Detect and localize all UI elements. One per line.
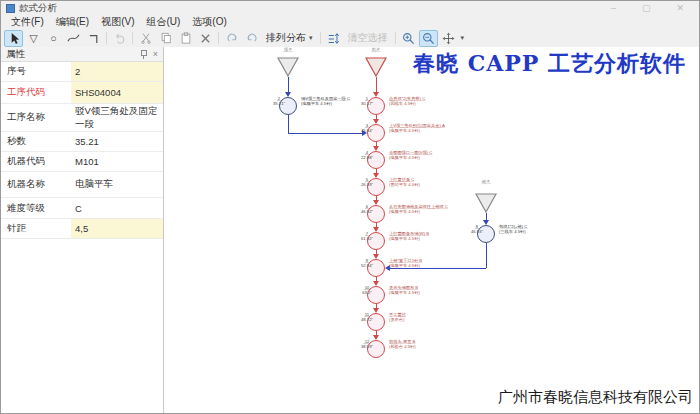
property-label: 序号 xyxy=(1,62,71,81)
flow-edge xyxy=(376,77,377,92)
node-operation-label: 烫光头绱圈布 B(电脑平车 4.5针) xyxy=(389,285,444,295)
property-label: 工序代码 xyxy=(1,82,71,103)
node-operation-label: 上打蕾圈条布绱(W) B(电脑平车 4.5针) xyxy=(389,231,444,241)
app-icon xyxy=(6,4,15,13)
zoom-in-button[interactable] xyxy=(399,30,418,47)
clear-selection-button[interactable]: 清空选择 xyxy=(344,31,392,45)
close-button[interactable]: ✕ xyxy=(676,4,684,13)
properties-panel-title: 属性 xyxy=(6,48,25,61)
circle-tool-button[interactable]: ○ xyxy=(44,30,63,47)
property-value[interactable]: 驳V领三角处及固定一段 xyxy=(71,104,163,131)
node-seq-time-label: 1148.72" xyxy=(355,312,379,322)
maximize-button[interactable]: ▢ xyxy=(642,4,651,13)
flowchart-layer: 领子前片袖子235.21"绱V领三角处及固定一段 C(电脑平车 4.5针)130… xyxy=(164,47,699,413)
property-row[interactable]: 工序代码SHS04004 xyxy=(1,82,163,104)
node-seq-time-label: 422.88" xyxy=(355,150,379,160)
properties-table: 序号2工序代码SHS04004工序名称驳V领三角处及固定一段秒数35.21机器代… xyxy=(1,62,163,239)
paste-icon xyxy=(180,32,192,44)
property-value[interactable]: 4,5 xyxy=(71,219,163,238)
node-seq-time-label: 846.93" xyxy=(465,224,489,234)
property-label: 机器名称 xyxy=(1,172,71,197)
node-operation-label: 包缝1*2(+袖) C(三线车 4.5针) xyxy=(499,224,554,234)
property-value[interactable]: M101 xyxy=(71,152,163,171)
clear-selection-label: 清空选择 xyxy=(348,31,388,45)
node-seq-time-label: 1063.2" xyxy=(355,285,379,295)
property-row[interactable]: 序号2 xyxy=(1,62,163,82)
cut-button[interactable] xyxy=(136,30,155,47)
toolbar-overflow-button[interactable]: ▾ xyxy=(461,34,465,42)
property-label: 难度等级 xyxy=(1,198,71,218)
pan-tool-button[interactable] xyxy=(439,30,458,47)
toolbar: ▽ ○ 排列分布 ▾ xyxy=(1,29,699,48)
property-row[interactable]: 秒数35.21 xyxy=(1,132,163,152)
pointer-tool-button[interactable] xyxy=(4,30,23,47)
delete-icon xyxy=(200,33,211,44)
curve-line-icon xyxy=(67,32,80,44)
menu-item[interactable]: 选项(O) xyxy=(186,15,232,29)
diagram-canvas[interactable]: 春晓 CAPP 工艺分析软件 领子前片袖子235.21"绱V领三角处及固定一段 … xyxy=(164,47,699,413)
rotate-left-button[interactable] xyxy=(222,30,241,47)
chevron-down-icon: ▾ xyxy=(309,34,313,42)
node-operation-label: 合肩缝*2(夹肩带) C(四线车 4.5针) xyxy=(389,96,444,106)
triangle-shape-icon xyxy=(475,193,497,213)
menu-item[interactable]: 组合(U) xyxy=(140,15,186,29)
node-seq-time-label: 1238.59" xyxy=(355,339,379,349)
node-operation-label: 上打蕾丝条 C(套结平车 4.5针) xyxy=(389,177,444,187)
menu-item[interactable]: 编辑(E) xyxy=(50,15,95,29)
window-title: 款式分析 xyxy=(19,2,57,15)
zoom-out-icon xyxy=(422,32,435,45)
node-operation-label: 绱V领三角处及固定一段 C(电脑平车 4.5针) xyxy=(301,96,356,106)
node-seq-time-label: 130.17" xyxy=(355,96,379,106)
rotate-right-button[interactable] xyxy=(242,30,261,47)
property-row[interactable]: 难度等级C xyxy=(1,198,163,219)
toolbar-separator xyxy=(106,32,107,44)
zoom-in-icon xyxy=(402,32,415,45)
property-value[interactable]: 2 xyxy=(71,62,163,81)
node-operation-label: 从右夹圈绱袖及边缝往上袖缝 C(电脑平车 4.5针) xyxy=(389,204,444,214)
property-label: 针距 xyxy=(1,219,71,238)
panel-close-icon[interactable]: × xyxy=(153,49,158,59)
property-value[interactable]: SHS04004 xyxy=(71,82,163,103)
source-label: 领子 xyxy=(275,47,300,52)
menu-item[interactable]: 视图(V) xyxy=(95,15,140,29)
properties-panel-header: 属性 × xyxy=(1,47,163,62)
property-value[interactable]: 35.21 xyxy=(71,132,163,151)
pan-icon xyxy=(442,32,455,45)
flow-edge xyxy=(288,115,289,133)
flow-edge xyxy=(288,77,289,92)
node-operation-label: 剪线头-尾查 B(检验台 4.5针) xyxy=(389,339,444,349)
auto-arrange-button[interactable] xyxy=(324,30,343,47)
menu-bar: 文件(F)编辑(E)视图(V)组合(U)选项(O) xyxy=(1,15,699,29)
elbow-connector-tool-button[interactable] xyxy=(84,30,103,47)
property-row[interactable]: 机器代码M101 xyxy=(1,152,163,172)
property-row[interactable]: 工序名称驳V领三角处及固定一段 xyxy=(1,104,163,132)
property-value[interactable]: C xyxy=(71,198,163,218)
undo-button[interactable] xyxy=(110,30,129,47)
minimize-button[interactable]: – xyxy=(611,4,616,13)
triangle-shape-icon xyxy=(365,57,387,77)
undo-icon xyxy=(114,32,126,44)
source-label: 前片 xyxy=(363,47,388,52)
property-row[interactable]: 机器名称电脑平车 xyxy=(1,172,163,198)
copy-icon xyxy=(160,32,172,44)
delete-button[interactable] xyxy=(196,30,215,47)
title-bar: 款式分析 – ▢ ✕ xyxy=(1,1,699,15)
arrange-distribute-button[interactable]: 排列分布 ▾ xyxy=(262,31,317,45)
rotate-right-icon xyxy=(246,32,258,44)
flow-edge xyxy=(288,133,363,134)
menu-item[interactable]: 文件(F) xyxy=(5,15,50,29)
triangle-tool-button[interactable]: ▽ xyxy=(24,30,43,47)
property-label: 工序名称 xyxy=(1,104,71,131)
curve-line-tool-button[interactable] xyxy=(64,30,83,47)
zoom-out-button[interactable] xyxy=(419,30,438,47)
paste-button[interactable] xyxy=(176,30,195,47)
property-row[interactable]: 针距4,5 xyxy=(1,219,163,239)
auto-arrange-icon xyxy=(327,32,340,45)
flow-edge xyxy=(486,213,487,220)
node-seq-time-label: 235.21" xyxy=(267,96,291,106)
triangle-shape-icon xyxy=(277,57,299,77)
node-seq-time-label: 952.94" xyxy=(355,258,379,268)
pin-icon[interactable] xyxy=(140,49,147,59)
property-value[interactable]: 电脑平车 xyxy=(71,172,163,197)
copy-button[interactable] xyxy=(156,30,175,47)
